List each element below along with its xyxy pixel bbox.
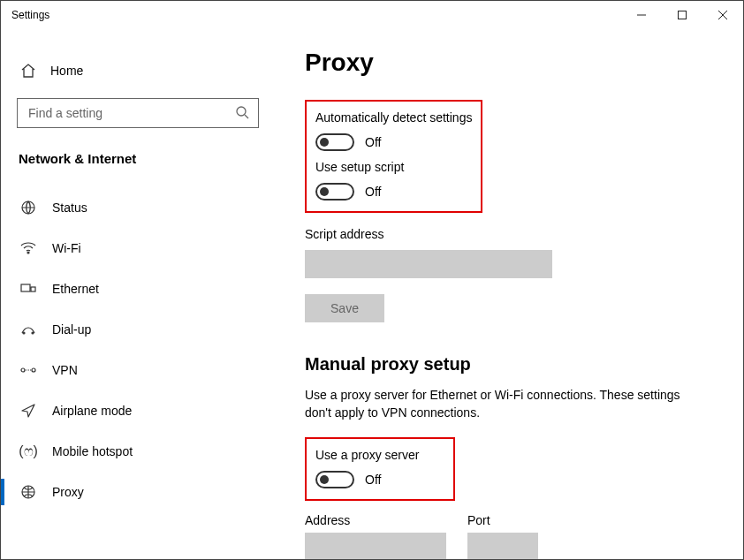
svg-line-5 [245, 115, 248, 118]
airplane-icon [20, 403, 36, 419]
search-input[interactable] [27, 105, 235, 121]
sidebar-item-label: Proxy [52, 485, 84, 499]
proxy-icon [20, 484, 36, 500]
svg-point-13 [21, 368, 25, 372]
sidebar-item-vpn[interactable]: VPN [17, 350, 259, 390]
auto-detect-label: Automatically detect settings [315, 110, 472, 125]
ethernet-icon [20, 283, 36, 295]
address-input[interactable] [305, 533, 446, 559]
sidebar-item-label: Wi-Fi [52, 241, 81, 255]
sidebar-item-ethernet[interactable]: Ethernet [17, 269, 259, 309]
home-label: Home [50, 64, 83, 78]
svg-rect-1 [679, 11, 687, 19]
search-box[interactable] [17, 98, 259, 128]
category-title: Network & Internet [17, 151, 259, 166]
setup-script-state: Off [365, 185, 381, 199]
sidebar-item-label: Dial-up [52, 322, 91, 337]
use-proxy-state: Off [365, 473, 381, 487]
save-button[interactable]: Save [305, 294, 384, 322]
svg-point-11 [23, 332, 25, 334]
svg-point-4 [237, 107, 246, 116]
manual-section-title: Manual proxy setup [305, 354, 708, 375]
sidebar-item-label: Status [52, 201, 87, 215]
setup-script-label: Use setup script [315, 160, 472, 174]
status-icon [20, 200, 36, 216]
use-proxy-label: Use a proxy server [315, 448, 444, 462]
sidebar-item-proxy[interactable]: Proxy [17, 472, 259, 512]
sidebar-item-label: VPN [52, 363, 78, 377]
sidebar-item-airplane[interactable]: Airplane mode [17, 390, 259, 431]
hotspot-icon: (ෆ) [20, 443, 36, 459]
script-address-label: Script address [305, 227, 708, 241]
script-address-input[interactable] [305, 250, 552, 278]
sidebar-item-hotspot[interactable]: (ෆ) Mobile hotspot [17, 431, 259, 472]
auto-detect-state: Off [365, 135, 381, 149]
maximize-button[interactable] [662, 1, 702, 29]
svg-rect-9 [31, 287, 35, 291]
sidebar-item-label: Ethernet [52, 282, 99, 296]
svg-point-14 [32, 368, 35, 372]
vpn-icon [20, 364, 36, 376]
auto-proxy-highlight: Automatically detect settings Off Use se… [305, 100, 482, 213]
sidebar-item-label: Airplane mode [52, 404, 132, 418]
sidebar-item-status[interactable]: Status [17, 187, 259, 228]
port-input[interactable] [467, 533, 538, 559]
wifi-icon [20, 242, 36, 254]
page-title: Proxy [305, 49, 708, 77]
address-label: Address [305, 513, 446, 527]
main-content: Proxy Automatically detect settings Off … [275, 29, 743, 559]
home-link[interactable]: Home [17, 56, 259, 86]
svg-rect-8 [21, 284, 30, 291]
use-proxy-highlight: Use a proxy server Off [305, 437, 455, 501]
close-button[interactable] [702, 1, 743, 29]
setup-script-toggle[interactable] [315, 183, 354, 201]
sidebar-item-wifi[interactable]: Wi-Fi [17, 228, 259, 269]
svg-point-7 [27, 252, 29, 254]
minimize-button[interactable] [621, 1, 662, 29]
port-label: Port [467, 513, 538, 527]
sidebar-item-dialup[interactable]: Dial-up [17, 309, 259, 350]
manual-description: Use a proxy server for Ethernet or Wi-Fi… [305, 387, 694, 421]
titlebar: Settings [1, 1, 743, 29]
dialup-icon [20, 323, 36, 336]
sidebar-item-label: Mobile hotspot [52, 444, 133, 458]
sidebar: Home Network & Internet Status Wi-Fi [1, 29, 275, 559]
auto-detect-toggle[interactable] [315, 133, 354, 151]
home-icon [20, 63, 36, 79]
search-icon [235, 105, 249, 122]
window-title: Settings [11, 9, 49, 21]
svg-point-12 [32, 332, 34, 334]
use-proxy-toggle[interactable] [315, 471, 354, 488]
